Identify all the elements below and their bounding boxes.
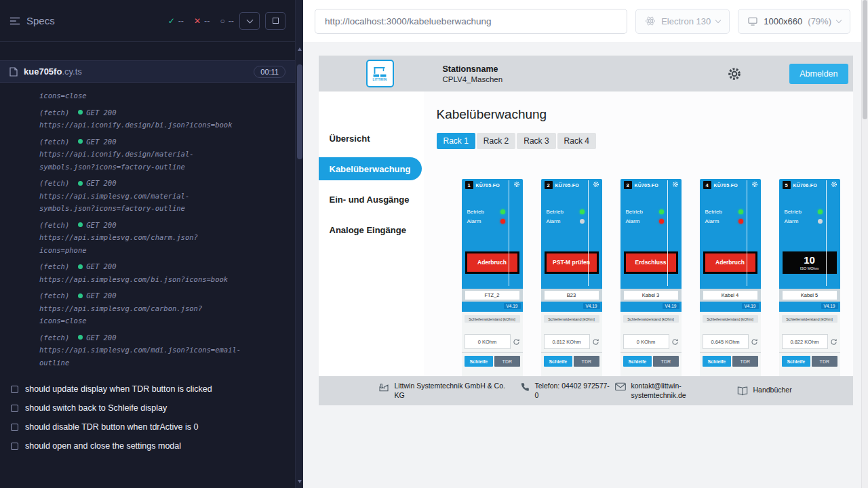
- nav-item-label: Ein- und Ausgänge: [330, 195, 410, 205]
- test-row[interactable]: should disable TDR button when tdrActive…: [0, 418, 295, 436]
- schleife-button[interactable]: Schleife: [623, 356, 652, 367]
- phone-icon: [520, 382, 530, 392]
- resistance-value: 0 KOhm: [623, 334, 669, 349]
- status-dot-icon: [78, 264, 83, 269]
- refresh-icon[interactable]: [751, 338, 758, 346]
- cable-name-input[interactable]: B23: [545, 291, 599, 300]
- schleife-button[interactable]: Schleife: [703, 356, 732, 367]
- device-card: 4 KÜ705-FO Betrieb: [700, 179, 761, 389]
- url-input[interactable]: http://localhost:3000/kabelueberwachung: [315, 9, 627, 34]
- device-settings-icon[interactable]: [831, 181, 837, 188]
- scroll-down-arrow[interactable]: [296, 476, 303, 486]
- log-entry[interactable]: (fetch) GET 200 https://api.simplesvg.co…: [39, 260, 242, 285]
- test-row[interactable]: should update display when TDR button is…: [0, 380, 295, 399]
- nav-item[interactable]: Kabelüberwachung: [319, 157, 422, 180]
- electron-icon: [645, 16, 656, 26]
- footer-phone[interactable]: Telefon: 04402 972577-0: [520, 382, 615, 400]
- refresh-icon[interactable]: [671, 338, 679, 346]
- cable-name-input[interactable]: Kabel 5: [783, 291, 837, 300]
- scrollbar-thumb[interactable]: [297, 64, 302, 159]
- log-entry[interactable]: (fetch) GET 200 https://api.simplesvg.co…: [39, 177, 242, 215]
- tdr-button[interactable]: TDR: [574, 356, 599, 367]
- reporter-scrollbar[interactable]: [295, 0, 303, 488]
- status-text: Aderbruch: [715, 260, 745, 266]
- betrieb-led: [500, 209, 505, 214]
- tdr-button[interactable]: TDR: [732, 356, 757, 367]
- status-text: Erdschluss: [635, 260, 667, 266]
- request-status: GET 200: [86, 136, 116, 148]
- viewport-size: 1000x660: [764, 16, 802, 26]
- schleife-button[interactable]: Schleife: [544, 356, 573, 367]
- viewport-select[interactable]: 1000x660 (79%): [738, 9, 850, 34]
- settings-gear-icon[interactable]: [727, 66, 742, 81]
- log-entry[interactable]: (fetch) GET 200 https://api.simplesvg.co…: [39, 331, 242, 369]
- spec-file-icon: [9, 67, 18, 77]
- device-settings-icon[interactable]: [593, 181, 599, 188]
- device-settings-icon[interactable]: [751, 181, 758, 188]
- rack-tab[interactable]: Rack 1: [437, 133, 475, 149]
- collapse-button[interactable]: [239, 12, 260, 30]
- tdr-button[interactable]: TDR: [812, 356, 837, 367]
- status-dot-icon: [78, 181, 83, 186]
- footer-email[interactable]: kontakt@littwin-systemtechnik.de: [615, 382, 737, 400]
- rack-tab[interactable]: Rack 4: [557, 133, 596, 149]
- page-scrollbar[interactable]: [861, 0, 868, 488]
- page-scrollbar-thumb[interactable]: [863, 0, 867, 119]
- test-row[interactable]: should open and close the settings modal: [0, 436, 295, 455]
- test-stats: ✓-- ✕-- ○--: [168, 16, 234, 26]
- rack-tab[interactable]: Rack 3: [517, 133, 555, 149]
- nav-item[interactable]: Ein- und Ausgänge: [319, 188, 424, 211]
- firmware-version: V4.19: [663, 303, 679, 309]
- log-entry[interactable]: (fetch) GET 200 https://api.simplesvg.co…: [39, 219, 242, 257]
- device-card: 3 KÜ705-FO Betrieb: [620, 179, 682, 389]
- cable-name-input[interactable]: Kabel 3: [624, 291, 678, 300]
- scroll-up-arrow[interactable]: [296, 44, 303, 54]
- device-settings-icon[interactable]: [513, 181, 520, 188]
- device-card: 5 KÜ706-FO Betrieb: [779, 179, 840, 389]
- refresh-icon[interactable]: [830, 338, 837, 346]
- cable-name-input[interactable]: Kabel 4: [703, 291, 757, 300]
- firmware-version: V4.19: [504, 303, 521, 309]
- resistance-value: 0.812 KOhm: [544, 334, 590, 349]
- rack-tab[interactable]: Rack 2: [477, 133, 515, 149]
- refresh-icon[interactable]: [592, 338, 599, 346]
- status-dot-icon: [78, 139, 83, 144]
- log-entry[interactable]: (fetch) GET 200 https://api.iconify.desi…: [39, 106, 242, 131]
- specs-menu-button[interactable]: Specs: [9, 15, 55, 26]
- logout-button[interactable]: Abmelden: [789, 64, 848, 84]
- refresh-icon[interactable]: [513, 338, 520, 346]
- alarm-label: Alarm: [705, 218, 719, 224]
- log-entry[interactable]: (fetch) GET 200 https://api.iconify.desi…: [39, 136, 242, 174]
- device-settings-icon[interactable]: [672, 181, 679, 188]
- betrieb-led: [659, 209, 664, 214]
- log-entry[interactable]: (fetch) GET 200 https://api.simplesvg.co…: [39, 289, 242, 327]
- cable-name-input[interactable]: FTZ_2: [465, 291, 519, 300]
- tdr-button[interactable]: TDR: [653, 356, 678, 367]
- led-block: Betrieb Alarm: [541, 207, 602, 226]
- log-continuation[interactable]: icons=close: [39, 89, 242, 102]
- station-info: Stationsname CPLV4_Maschen: [443, 64, 503, 83]
- firmware-version: V4.19: [821, 303, 838, 309]
- littwin-logo: LITTWIN: [366, 60, 394, 87]
- nav-item-label: Übersicht: [330, 134, 370, 144]
- footer-manuals[interactable]: Handbücher: [737, 386, 792, 396]
- viewport-zoom: (79%): [808, 16, 831, 26]
- test-row[interactable]: should switch back to Schleife display: [0, 399, 295, 418]
- test-title: should disable TDR button when tdrActive…: [25, 422, 198, 432]
- stop-button[interactable]: [265, 12, 285, 30]
- nav-item[interactable]: Analoge Eingänge: [319, 218, 424, 241]
- aut-panel: http://localhost:3000/kabelueberwachung …: [303, 0, 868, 488]
- request-url: https://api.simplesvg.com/material-symbo…: [39, 190, 242, 215]
- cable-name-band: FTZ_2: [462, 289, 523, 302]
- spec-file-row[interactable]: kue705fo.cy.ts 00:11: [0, 60, 295, 83]
- schleife-button[interactable]: Schleife: [782, 356, 811, 367]
- tdr-button[interactable]: TDR: [494, 356, 519, 367]
- footer-company: Littwin Systemtechnik GmbH & Co. KG: [378, 382, 520, 400]
- status-text: PST-M prüfen: [553, 260, 590, 266]
- resistance-value: 0 KOhm: [465, 334, 511, 349]
- nav-item[interactable]: Übersicht: [319, 127, 424, 150]
- schleife-button[interactable]: Schleife: [465, 356, 494, 367]
- status-display: 10 ISO MOhm: [783, 251, 837, 274]
- browser-version-select[interactable]: Electron 130: [635, 9, 730, 34]
- viewport-icon: [747, 16, 758, 26]
